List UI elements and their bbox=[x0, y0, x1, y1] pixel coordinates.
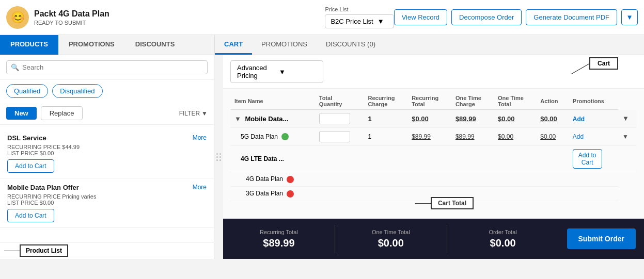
one-charge-cell: $0.00 bbox=[494, 110, 536, 128]
avatar: 😊 bbox=[6, 6, 29, 29]
col-total-qty: TotalQuantity bbox=[315, 93, 364, 110]
tab-products[interactable]: PRODUCTS bbox=[0, 35, 58, 55]
generate-pdf-button[interactable]: Generate Document PDF bbox=[526, 9, 617, 25]
promotions-dropdown[interactable]: ▼ bbox=[622, 114, 629, 122]
tab-promotions-right[interactable]: PROMOTIONS bbox=[252, 35, 317, 55]
list-item: DSL Service More RECURRING PRICE $44.99 … bbox=[0, 129, 214, 178]
chevron-down-icon: ▼ bbox=[378, 18, 384, 25]
view-record-button[interactable]: View Record bbox=[394, 9, 447, 25]
qty-val-cell: 1 bbox=[364, 128, 407, 146]
col-rec-total: RecurringTotal bbox=[407, 93, 451, 110]
recurring-total-value: $89.99 bbox=[263, 237, 294, 249]
main-content: 🔍 Qualified Disqualified New Replace FIL… bbox=[0, 55, 644, 259]
cart-total-footer: Cart Total Recurring Total $89.99 One Ti… bbox=[223, 219, 644, 259]
add-to-cart-button[interactable]: Add toCart bbox=[573, 149, 602, 169]
pricing-dropdown[interactable]: Advanced Pricing ▼ bbox=[230, 60, 323, 83]
qty-input-cell bbox=[315, 172, 364, 187]
header-subtitle: READY TO SUBMIT bbox=[34, 20, 309, 26]
one-charge-cell: $0.00 bbox=[494, 128, 536, 146]
product-name: Mobile Data Plan Offer More bbox=[7, 184, 207, 191]
add-to-cart-cell: Add toCart bbox=[569, 146, 637, 172]
expand-icon[interactable]: ▼ bbox=[234, 115, 241, 123]
decompose-order-button[interactable]: Decompose Order bbox=[451, 9, 522, 25]
rec-total-cell: $89.99 bbox=[451, 110, 494, 128]
filter-link[interactable]: FILTER ▼ bbox=[179, 110, 208, 117]
tab-discounts-right[interactable]: DISCOUNTS (0) bbox=[317, 35, 385, 55]
price-list-value: B2C Price List bbox=[331, 18, 373, 25]
action-cell: Add bbox=[569, 110, 618, 128]
status-red-icon bbox=[287, 190, 294, 198]
submit-order-button[interactable]: Submit Order bbox=[567, 228, 636, 249]
recurring-total-label: Recurring Total bbox=[260, 229, 298, 235]
one-total-cell: $0.00 bbox=[536, 110, 569, 128]
more-link[interactable]: More bbox=[193, 134, 207, 142]
right-panel: Cart Header Advanced Pricing ▼ Cart Item… bbox=[223, 55, 644, 259]
filter-buttons: Qualified Disqualified bbox=[0, 80, 214, 102]
qualified-filter-button[interactable]: Qualified bbox=[6, 84, 48, 98]
one-charge-cell bbox=[494, 146, 536, 172]
add-to-cart-button[interactable]: Add to Cart bbox=[7, 209, 54, 222]
search-bar: 🔍 bbox=[0, 55, 214, 80]
add-action-link[interactable]: Add bbox=[573, 133, 584, 140]
more-link[interactable]: More bbox=[193, 184, 207, 191]
promotions-dropdown[interactable]: ▼ bbox=[622, 133, 629, 140]
promotions-cell: ▼ bbox=[618, 128, 637, 146]
new-button[interactable]: New bbox=[6, 107, 37, 120]
add-to-cart-button[interactable]: Add to Cart bbox=[7, 159, 54, 173]
cart-table: Item Name TotalQuantity RecurringCharge … bbox=[230, 93, 637, 201]
item-name-cell: 5G Data Plan bbox=[230, 128, 315, 146]
table-row: 5G Data Plan 1 $89.99 $89.99 $0.00 $0.00… bbox=[230, 128, 637, 146]
qty-input-cell bbox=[315, 110, 364, 128]
qty-input[interactable] bbox=[319, 113, 350, 124]
product-price: RECURRING PRICE Pricing varies LIST PRIC… bbox=[7, 193, 207, 206]
col-rec-charge: RecurringCharge bbox=[364, 93, 407, 110]
product-list: DSL Service More RECURRING PRICE $44.99 … bbox=[0, 125, 214, 242]
page-title: Packt 4G Data Plan bbox=[34, 9, 309, 19]
add-action-link[interactable]: Add bbox=[573, 116, 585, 123]
price-list-label: Price List bbox=[325, 6, 394, 12]
product-list-annotation: Product List bbox=[20, 244, 68, 257]
disqualified-filter-button[interactable]: Disqualified bbox=[52, 84, 102, 98]
header-dropdown-button[interactable]: ▼ bbox=[621, 9, 638, 25]
cart-annotation: Cart bbox=[589, 57, 618, 70]
rec-charge-cell: $0.00 bbox=[407, 110, 451, 128]
search-icon: 🔍 bbox=[11, 63, 19, 71]
tab-discounts-left[interactable]: DISCOUNTS bbox=[125, 35, 185, 55]
col-one-charge: One TimeCharge bbox=[451, 93, 494, 110]
qty-input[interactable] bbox=[319, 131, 350, 142]
drag-handle[interactable] bbox=[215, 152, 222, 162]
chevron-down-icon: ▼ bbox=[201, 110, 208, 117]
item-name-cell: 4G Data Plan bbox=[230, 172, 315, 187]
cart-annotation-wrap: Cart bbox=[569, 57, 618, 70]
chevron-down-icon: ▼ bbox=[279, 68, 317, 76]
tab-cart[interactable]: CART bbox=[215, 35, 252, 55]
search-input[interactable] bbox=[22, 63, 203, 71]
rec-charge-cell bbox=[407, 146, 451, 172]
one-time-value: $0.00 bbox=[378, 237, 404, 249]
right-tabs: CART PROMOTIONS DISCOUNTS (0) bbox=[214, 35, 644, 55]
qty-input-cell bbox=[315, 128, 364, 146]
rec-total-cell bbox=[451, 146, 494, 172]
col-promotions: Promotions bbox=[569, 93, 618, 110]
product-price: RECURRING PRICE $44.99 LIST PRICE $0.00 bbox=[7, 144, 207, 156]
action-cell: Add bbox=[569, 128, 618, 146]
one-total-cell: $0.00 bbox=[536, 128, 569, 146]
col-item-name: Item Name bbox=[230, 93, 315, 110]
order-total-item: Order Total $0.00 bbox=[447, 225, 559, 253]
tab-promotions-left[interactable]: PROMOTIONS bbox=[58, 35, 125, 55]
product-name: DSL Service More bbox=[7, 134, 207, 142]
search-input-wrap[interactable]: 🔍 bbox=[6, 60, 208, 74]
item-name-cell: ▼ Mobile Data... bbox=[230, 110, 315, 128]
one-total-cell bbox=[536, 146, 569, 172]
col-one-total: One TimeTotal bbox=[494, 93, 536, 110]
cart-total-annotation-wrap: Cart Total bbox=[415, 197, 474, 209]
replace-button[interactable]: Replace bbox=[41, 106, 83, 120]
left-panel: 🔍 Qualified Disqualified New Replace FIL… bbox=[0, 55, 214, 259]
item-name-cell: 4G LTE Data ... bbox=[230, 146, 315, 172]
price-list-select[interactable]: B2C Price List ▼ bbox=[325, 14, 394, 28]
left-tabs: PRODUCTS PROMOTIONS DISCOUNTS bbox=[0, 35, 214, 55]
status-red-icon bbox=[287, 176, 294, 183]
product-list-annotation-area: Product List bbox=[0, 242, 214, 259]
promotions-cell: ▼ bbox=[618, 110, 637, 128]
order-total-value: $0.00 bbox=[490, 237, 516, 249]
